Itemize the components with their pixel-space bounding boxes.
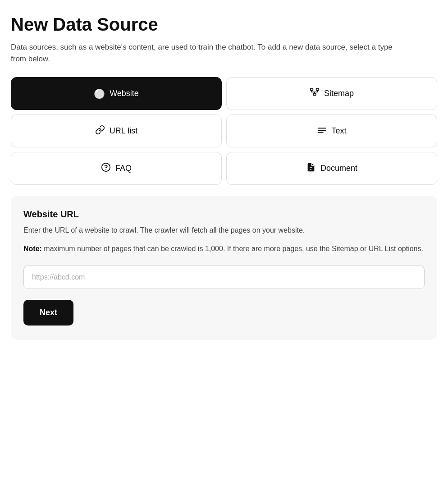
page-description: Data sources, such as a website's conten…: [11, 41, 403, 64]
detail-panel: Website URL Enter the URL of a website t…: [11, 196, 437, 340]
url-list-icon: [95, 125, 105, 137]
source-btn-url-list-label: URL list: [110, 126, 137, 136]
url-input[interactable]: [23, 266, 425, 289]
document-icon: [306, 162, 316, 174]
source-type-grid: ⚪ Website Sitemap URL list: [11, 77, 437, 185]
sitemap-icon: [310, 87, 320, 100]
panel-note: Note: maximum number of pages that can b…: [23, 243, 425, 255]
panel-description: Enter the URL of a website to crawl. The…: [23, 225, 425, 236]
page-title: New Data Source: [11, 14, 437, 34]
source-btn-sitemap[interactable]: Sitemap: [226, 77, 437, 110]
source-btn-document-label: Document: [320, 164, 357, 173]
source-btn-text-label: Text: [331, 126, 346, 136]
panel-note-body: maximum number of pages that can be craw…: [42, 245, 423, 252]
source-btn-faq[interactable]: FAQ: [11, 152, 222, 185]
panel-title: Website URL: [23, 209, 425, 220]
faq-icon: [101, 162, 111, 174]
panel-note-prefix: Note:: [23, 245, 42, 252]
source-btn-url-list[interactable]: URL list: [11, 115, 222, 147]
source-btn-text[interactable]: Text: [226, 115, 437, 147]
source-btn-faq-label: FAQ: [115, 164, 132, 173]
website-icon: ⚪: [94, 88, 105, 99]
source-btn-website-label: Website: [110, 89, 139, 98]
text-icon: [317, 125, 327, 137]
next-button[interactable]: Next: [23, 300, 73, 326]
source-btn-sitemap-label: Sitemap: [324, 89, 354, 98]
source-btn-website[interactable]: ⚪ Website: [11, 77, 222, 110]
source-btn-document[interactable]: Document: [226, 152, 437, 185]
